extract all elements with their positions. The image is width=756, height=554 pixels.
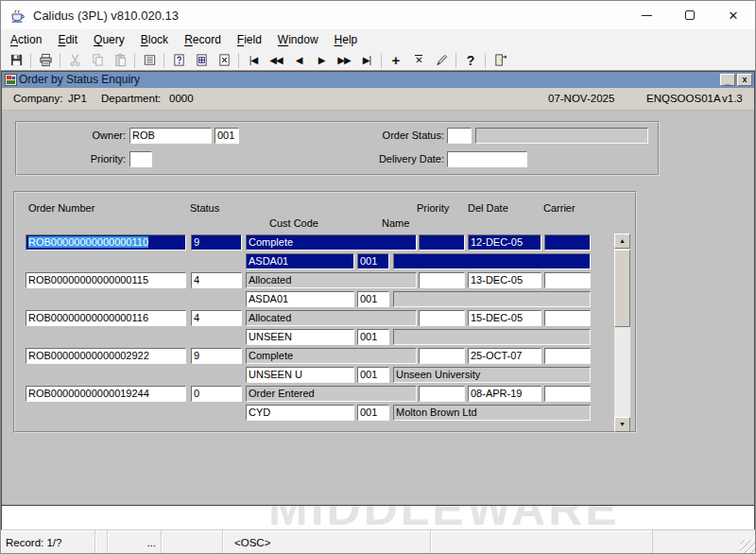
insert-record-button[interactable]: + — [385, 51, 407, 70]
minimize-button[interactable] — [625, 1, 668, 29]
del-date-field[interactable]: 13-DEC-05 — [468, 272, 541, 288]
save-button[interactable] — [5, 51, 27, 70]
priority-field[interactable] — [419, 348, 465, 364]
priority-field[interactable] — [419, 272, 465, 288]
status-field[interactable]: 4 — [191, 310, 242, 326]
menu-help[interactable]: Help — [331, 31, 362, 48]
cancel-query-button[interactable] — [213, 51, 235, 70]
del-date-field[interactable]: 15-DEC-05 — [468, 310, 541, 326]
toolbar-separator — [238, 53, 239, 68]
next-record-button[interactable]: ▶ — [310, 51, 333, 70]
close-button[interactable]: ✕ — [712, 1, 755, 29]
cust-seq-field[interactable]: 001 — [357, 367, 389, 383]
priority-field[interactable] — [419, 310, 465, 326]
print-icon — [39, 53, 53, 67]
toolbar-separator — [134, 53, 135, 68]
menu-query[interactable]: Query — [90, 31, 129, 48]
cust-seq-field[interactable]: 001 — [357, 253, 389, 269]
delivery-date-field[interactable] — [447, 151, 527, 167]
previous-record-icon: ◀ — [296, 56, 302, 65]
first-record-icon: |◀ — [249, 56, 257, 65]
previous-block-button[interactable]: ◀◀ — [265, 51, 287, 70]
del-date-field[interactable]: 25-OCT-07 — [468, 348, 541, 364]
status-field[interactable]: 9 — [191, 348, 242, 364]
cut-icon — [68, 53, 82, 67]
exit-button[interactable] — [489, 51, 511, 70]
window-title: Calidus (3PL) v810.020.13 — [33, 9, 179, 23]
carrier-field[interactable] — [544, 310, 591, 326]
order-number-field[interactable]: ROB00000000000002922 — [26, 348, 186, 364]
carrier-field[interactable] — [544, 386, 591, 402]
owner-field[interactable]: ROB — [129, 128, 212, 144]
exit-icon — [493, 53, 507, 67]
maximize-button[interactable] — [668, 1, 712, 29]
order-number-field[interactable]: ROB00000000000000110 — [26, 234, 186, 251]
records-scrollbar[interactable]: ▲ ▼ — [614, 234, 630, 432]
priority-field[interactable] — [419, 234, 465, 251]
cust-seq-field[interactable]: 001 — [357, 291, 389, 307]
scroll-down-button[interactable]: ▼ — [614, 417, 630, 432]
order-number-field[interactable]: ROB00000000000000115 — [26, 272, 186, 288]
cust-code-field[interactable]: ASDA01 — [246, 291, 354, 307]
clear-block-button[interactable] — [138, 51, 161, 70]
cust-name-field: Unseen University — [393, 367, 591, 383]
cust-seq-field[interactable]: 001 — [357, 329, 389, 345]
carrier-field[interactable] — [544, 348, 591, 364]
status-cell-ellipsis: ... — [108, 530, 162, 554]
owner-seq-field[interactable]: 001 — [215, 128, 239, 144]
help-icon: ? — [467, 54, 475, 67]
paste-button[interactable] — [109, 51, 131, 70]
cust-code-field[interactable]: UNSEEN — [246, 329, 354, 345]
priority-field[interactable] — [419, 386, 465, 402]
order-status-label: Order Status: — [329, 128, 444, 144]
cust-code-field[interactable]: CYD — [246, 405, 354, 421]
priority-field[interactable] — [129, 151, 152, 167]
company-value: JP1 — [68, 93, 87, 104]
form-close-button[interactable]: x — [737, 74, 752, 86]
application-window: { "window": { "title": "Calidus (3PL) v8… — [0, 0, 756, 554]
next-block-button[interactable]: ▶▶ — [333, 51, 355, 70]
menu-window[interactable]: Window — [274, 31, 322, 48]
status-desc-field: Complete — [246, 348, 417, 364]
first-record-button[interactable]: |◀ — [242, 51, 265, 70]
last-record-button[interactable]: ▶| — [355, 51, 378, 70]
menu-record[interactable]: Record — [180, 31, 225, 48]
print-button[interactable] — [34, 51, 57, 70]
previous-record-button[interactable]: ◀ — [287, 51, 310, 70]
header-del-date: Del Date — [468, 202, 508, 214]
menu-action[interactable]: Action — [7, 31, 45, 48]
status-field[interactable]: 9 — [191, 234, 242, 251]
order-number-field[interactable]: ROB00000000000000116 — [26, 310, 186, 326]
cut-button[interactable] — [63, 51, 86, 70]
scroll-down-icon: ▼ — [619, 421, 626, 427]
lock-record-button[interactable] — [430, 51, 453, 70]
cust-code-field[interactable]: UNSEEN U — [246, 367, 354, 383]
menu-edit[interactable]: Edit — [54, 31, 81, 48]
maximize-icon — [685, 10, 695, 20]
scroll-up-button[interactable]: ▲ — [614, 234, 630, 249]
form-minimize-button[interactable]: _ — [720, 74, 735, 86]
scrollbar-thumb[interactable] — [614, 250, 630, 327]
save-icon — [9, 53, 24, 67]
carrier-field[interactable] — [544, 272, 591, 288]
cust-seq-field[interactable]: 001 — [357, 405, 389, 421]
menu-field[interactable]: Field — [233, 31, 266, 48]
resize-grip[interactable] — [740, 540, 755, 554]
execute-query-button[interactable] — [190, 51, 213, 70]
order-status-field[interactable] — [447, 128, 472, 144]
delete-record-button[interactable]: ✕ — [407, 51, 430, 70]
del-date-field[interactable]: 08-APR-19 — [468, 386, 541, 402]
menu-block[interactable]: Block — [137, 31, 172, 48]
carrier-field[interactable] — [544, 234, 591, 251]
order-number-field[interactable]: ROB00000000000019244 — [26, 386, 186, 402]
next-record-icon: ▶ — [318, 56, 325, 65]
next-block-icon: ▶▶ — [337, 56, 350, 65]
status-field[interactable]: 4 — [191, 272, 242, 288]
del-date-field[interactable]: 12-DEC-05 — [468, 234, 541, 251]
cust-code-field[interactable]: ASDA01 — [246, 253, 354, 269]
help-button[interactable]: ? — [459, 51, 482, 70]
enter-query-button[interactable] — [167, 51, 190, 70]
copy-button[interactable] — [86, 51, 109, 70]
enter-query-icon — [172, 53, 186, 67]
status-field[interactable]: 0 — [191, 386, 242, 402]
